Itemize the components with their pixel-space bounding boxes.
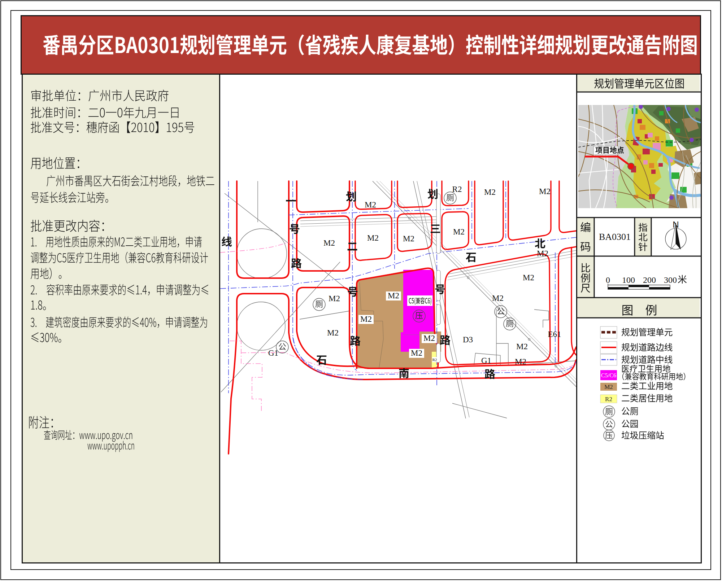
svg-text:M2: M2 [539,187,551,196]
svg-text:M2: M2 [515,357,526,366]
svg-text:R2: R2 [452,185,462,194]
svg-text:G1: G1 [268,348,278,357]
svg-text:M2: M2 [323,238,335,247]
svg-text:M2: M2 [516,342,528,351]
svg-text:BA0301: BA0301 [599,232,631,242]
svg-text:M2: M2 [484,188,496,197]
svg-text:D3: D3 [463,335,473,344]
svg-text:0: 0 [606,275,610,285]
svg-text:R2: R2 [432,357,437,362]
svg-text:C5/C6: C5/C6 [601,372,616,378]
svg-text:M2: M2 [537,249,548,258]
svg-text:G1: G1 [481,356,491,365]
svg-text:M2: M2 [365,200,376,209]
svg-text:M2: M2 [604,383,613,390]
svg-text:R2: R2 [605,396,612,403]
svg-text:M2: M2 [411,348,422,357]
svg-text:200: 200 [643,275,656,285]
svg-text:M2: M2 [367,233,379,242]
svg-text:M2: M2 [388,291,399,300]
svg-text:M2: M2 [329,294,340,303]
svg-text:M2: M2 [453,227,465,236]
svg-text:100: 100 [622,275,635,285]
svg-text:M2: M2 [492,294,504,303]
svg-text:M2: M2 [403,234,414,243]
svg-text:M2: M2 [327,328,339,337]
svg-text:M2: M2 [360,315,372,324]
svg-text:E61: E61 [548,330,561,339]
svg-text:M2: M2 [423,334,435,343]
svg-text:M2: M2 [523,273,534,282]
svg-text:300: 300 [664,275,677,285]
